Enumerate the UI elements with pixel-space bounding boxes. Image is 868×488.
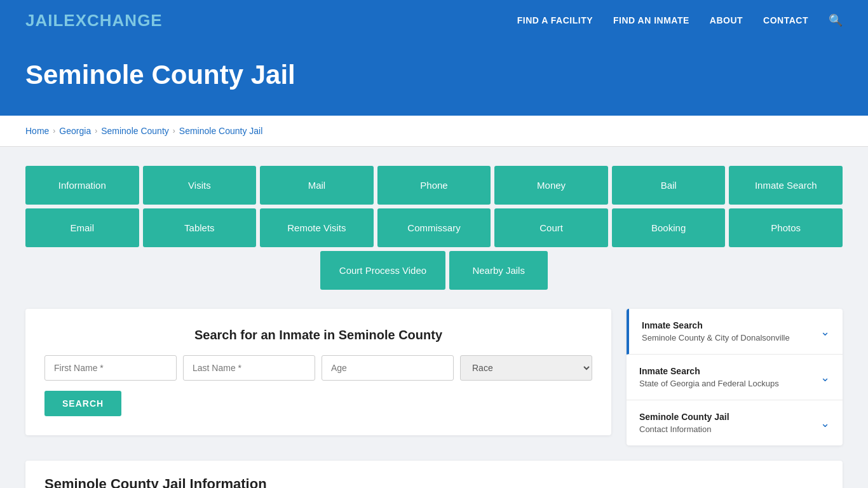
breadcrumb: Home › Georgia › Seminole County › Semin… bbox=[25, 126, 843, 136]
race-select[interactable]: Race bbox=[460, 355, 592, 381]
btn-mail[interactable]: Mail bbox=[260, 166, 374, 205]
sidebar-item-2-title: Seminole County Jail bbox=[639, 412, 729, 422]
btn-court-process-video[interactable]: Court Process Video bbox=[320, 251, 445, 290]
sidebar-item-1[interactable]: Inmate Search State of Georgia and Feder… bbox=[627, 355, 843, 400]
btn-email[interactable]: Email bbox=[25, 208, 139, 247]
sidebar: Inmate Search Seminole County & City of … bbox=[627, 309, 843, 445]
site-logo[interactable]: JAILEXCHANGE bbox=[25, 11, 163, 30]
main-content: Information Visits Mail Phone Money Bail… bbox=[0, 147, 868, 488]
btn-nearby-jails[interactable]: Nearby Jails bbox=[449, 251, 548, 290]
nav-about[interactable]: ABOUT bbox=[710, 15, 743, 25]
sidebar-item-0-subtitle: Seminole County & City of Donalsonville bbox=[642, 333, 790, 342]
grid-row-1: Information Visits Mail Phone Money Bail… bbox=[25, 166, 843, 205]
chevron-down-icon-0: ⌄ bbox=[820, 325, 830, 339]
sidebar-item-1-title: Inmate Search bbox=[639, 366, 779, 376]
sidebar-item-2-subtitle: Contact Information bbox=[639, 424, 729, 434]
logo-jail: JAIL bbox=[25, 11, 64, 30]
breadcrumb-sep-2: › bbox=[95, 126, 97, 135]
btn-visits[interactable]: Visits bbox=[143, 166, 257, 205]
logo-exchange: EXCHANGE bbox=[64, 11, 162, 30]
btn-remote-visits[interactable]: Remote Visits bbox=[260, 208, 374, 247]
nav-contact[interactable]: CONTACT bbox=[763, 15, 808, 25]
main-nav: FIND A FACILITY FIND AN INMATE ABOUT CON… bbox=[517, 13, 843, 27]
chevron-down-icon-2: ⌄ bbox=[820, 416, 830, 430]
breadcrumb-seminole-county[interactable]: Seminole County bbox=[101, 126, 169, 136]
btn-phone[interactable]: Phone bbox=[377, 166, 491, 205]
first-name-input[interactable] bbox=[44, 355, 177, 381]
breadcrumb-home[interactable]: Home bbox=[25, 126, 49, 136]
content-row: Search for an Inmate in Seminole County … bbox=[25, 309, 843, 445]
page-title: Seminole County Jail bbox=[25, 60, 843, 90]
btn-bail[interactable]: Bail bbox=[612, 166, 726, 205]
btn-tablets[interactable]: Tablets bbox=[143, 208, 257, 247]
sidebar-item-0[interactable]: Inmate Search Seminole County & City of … bbox=[627, 309, 843, 355]
btn-inmate-search[interactable]: Inmate Search bbox=[729, 166, 843, 205]
breadcrumb-bar: Home › Georgia › Seminole County › Semin… bbox=[0, 116, 868, 147]
bottom-section: Seminole County Jail Information bbox=[25, 461, 843, 488]
search-button[interactable]: SEARCH bbox=[44, 391, 121, 416]
breadcrumb-sep-3: › bbox=[173, 126, 175, 135]
age-input[interactable] bbox=[322, 355, 454, 381]
btn-commissary[interactable]: Commissary bbox=[377, 208, 491, 247]
btn-booking[interactable]: Booking bbox=[612, 208, 726, 247]
sidebar-item-0-title: Inmate Search bbox=[642, 320, 790, 330]
btn-photos[interactable]: Photos bbox=[729, 208, 843, 247]
breadcrumb-sep-1: › bbox=[53, 126, 55, 135]
breadcrumb-current: Seminole County Jail bbox=[179, 126, 263, 136]
nav-find-facility[interactable]: FIND A FACILITY bbox=[517, 15, 593, 25]
site-header: JAILEXCHANGE FIND A FACILITY FIND AN INM… bbox=[0, 0, 868, 41]
search-title: Search for an Inmate in Seminole County bbox=[44, 328, 592, 342]
btn-money[interactable]: Money bbox=[494, 166, 608, 205]
search-icon[interactable]: 🔍 bbox=[829, 13, 843, 27]
breadcrumb-georgia[interactable]: Georgia bbox=[59, 126, 91, 136]
grid-row-2: Email Tablets Remote Visits Commissary C… bbox=[25, 208, 843, 247]
btn-information[interactable]: Information bbox=[25, 166, 139, 205]
grid-row-3: Court Process Video Nearby Jails bbox=[25, 251, 843, 290]
hero-section: Seminole County Jail bbox=[0, 41, 868, 116]
nav-find-inmate[interactable]: FIND AN INMATE bbox=[613, 15, 689, 25]
sidebar-item-2[interactable]: Seminole County Jail Contact Information… bbox=[627, 400, 843, 445]
search-panel: Search for an Inmate in Seminole County … bbox=[25, 309, 611, 435]
bottom-title: Seminole County Jail Information bbox=[44, 476, 824, 488]
search-fields: Race bbox=[44, 355, 592, 381]
btn-court[interactable]: Court bbox=[494, 208, 608, 247]
sidebar-item-1-subtitle: State of Georgia and Federal Lockups bbox=[639, 379, 779, 388]
last-name-input[interactable] bbox=[183, 355, 315, 381]
chevron-down-icon-1: ⌄ bbox=[820, 370, 830, 384]
